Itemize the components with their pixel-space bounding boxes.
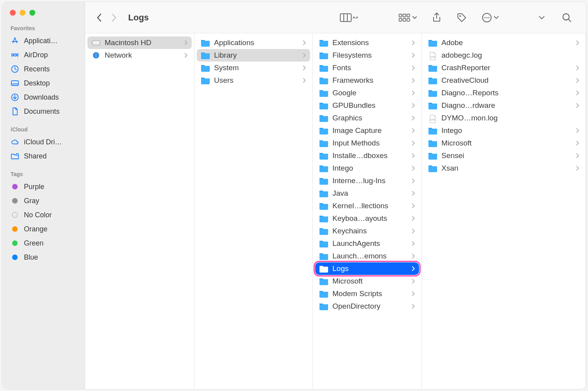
- column-0: Macintosh HDNetwork: [85, 33, 194, 389]
- dropdown-button[interactable]: [534, 10, 549, 25]
- file-row[interactable]: System: [197, 62, 310, 74]
- file-row-label: Microsoft: [332, 277, 408, 286]
- file-row[interactable]: Keychains: [315, 225, 419, 237]
- file-row[interactable]: Frameworks: [315, 74, 419, 87]
- sidebar-item[interactable]: Gray: [2, 194, 85, 208]
- file-row[interactable]: Fonts: [315, 62, 419, 74]
- sidebar-item[interactable]: Green: [2, 236, 85, 250]
- svg-rect-2: [11, 81, 18, 85]
- file-row[interactable]: Filesystems: [315, 49, 419, 62]
- chevron-right-icon: [303, 65, 306, 71]
- chevron-right-icon: [412, 203, 415, 209]
- file-row[interactable]: Logs: [315, 262, 419, 275]
- folder-icon: [428, 139, 437, 147]
- file-row[interactable]: Input Methods: [315, 137, 419, 149]
- forward-button[interactable]: [108, 11, 120, 24]
- file-row[interactable]: Extensions: [315, 36, 419, 49]
- file-row[interactable]: Adobe: [424, 36, 583, 49]
- sidebar-section-header: Favorites: [2, 23, 85, 34]
- file-row[interactable]: Diagno…rdware: [424, 99, 583, 112]
- sidebar-item[interactable]: Documents: [2, 104, 85, 118]
- file-row[interactable]: Diagno…Reports: [424, 87, 583, 99]
- tag-dot-outline-icon: [11, 211, 19, 219]
- folder-icon: [319, 177, 328, 185]
- svg-point-6: [17, 154, 18, 155]
- chevron-right-icon: [412, 65, 415, 71]
- sidebar-item[interactable]: Blue: [2, 250, 85, 264]
- file-row[interactable]: Macintosh HD: [87, 36, 192, 49]
- file-row[interactable]: Java: [315, 187, 419, 200]
- file-row[interactable]: LOGadobegc.log: [424, 49, 583, 62]
- file-row-label: System: [214, 64, 299, 72]
- tag-dot-icon: [11, 253, 19, 262]
- file-row[interactable]: Google: [315, 87, 419, 99]
- sidebar-item[interactable]: Recents: [2, 62, 85, 76]
- file-row[interactable]: LaunchAgents: [315, 237, 419, 250]
- sidebar-item[interactable]: No Color: [2, 208, 85, 222]
- file-row[interactable]: Sensei: [424, 149, 583, 162]
- file-row[interactable]: Library: [197, 49, 310, 62]
- sidebar-item-label: AirDrop: [24, 51, 48, 59]
- sidebar-item[interactable]: Applicati…: [2, 34, 85, 48]
- file-row-label: CrashReporter: [441, 64, 572, 72]
- tags-button[interactable]: [454, 10, 469, 25]
- file-row[interactable]: Keyboa…ayouts: [315, 212, 419, 225]
- sidebar-item[interactable]: Purple: [2, 180, 85, 194]
- chevron-right-icon: [576, 40, 579, 45]
- svg-point-0: [14, 54, 16, 56]
- column-3: AdobeLOGadobegc.logCrashReporterCreative…: [422, 33, 586, 389]
- svg-rect-12: [407, 14, 410, 17]
- file-row[interactable]: LOGDYMO…mon.log: [424, 112, 583, 124]
- file-row[interactable]: CrashReporter: [424, 62, 583, 74]
- file-row[interactable]: Launch…emons: [315, 250, 419, 262]
- folder-icon: [428, 127, 437, 135]
- file-row[interactable]: Kernel…llections: [315, 200, 419, 212]
- file-row[interactable]: OpenDirectory: [315, 300, 419, 313]
- file-row-label: Java: [332, 189, 408, 198]
- file-row-label: Modem Scripts: [332, 289, 408, 298]
- view-columns-button[interactable]: [338, 10, 360, 25]
- file-row[interactable]: Microsoft: [424, 137, 583, 149]
- sidebar-item-label: Desktop: [24, 79, 50, 87]
- hard-drive-icon: [91, 39, 101, 47]
- sidebar-item[interactable]: iCloud Dri…: [2, 135, 85, 149]
- svg-text:LOG: LOG: [430, 56, 436, 58]
- file-row[interactable]: Microsoft: [315, 275, 419, 287]
- file-row[interactable]: Intego: [315, 162, 419, 175]
- file-row[interactable]: Xsan: [424, 162, 583, 175]
- close-window-button[interactable]: [10, 10, 16, 16]
- folder-icon: [428, 39, 437, 47]
- folder-icon: [319, 76, 328, 84]
- sidebar-item[interactable]: Desktop: [2, 76, 85, 90]
- folder-icon: [201, 76, 210, 84]
- file-row[interactable]: Intego: [424, 124, 583, 137]
- sidebar-item[interactable]: Shared: [2, 149, 85, 163]
- file-row-label: GPUBundles: [332, 101, 408, 110]
- sidebar-item[interactable]: Orange: [2, 222, 85, 236]
- folder-icon: [319, 139, 328, 147]
- action-menu-button[interactable]: [479, 10, 502, 25]
- file-row[interactable]: Interne…lug-Ins: [315, 175, 419, 187]
- file-row[interactable]: GPUBundles: [315, 99, 419, 112]
- sidebar-item[interactable]: Downloads: [2, 90, 85, 104]
- file-row-label: Microsoft: [441, 139, 572, 147]
- back-button[interactable]: [93, 11, 105, 24]
- file-row[interactable]: Graphics: [315, 112, 419, 124]
- maximize-window-button[interactable]: [29, 10, 35, 16]
- chevron-right-icon: [576, 103, 579, 108]
- search-button[interactable]: [559, 10, 574, 25]
- file-row[interactable]: Installe…dboxes: [315, 149, 419, 162]
- folder-icon: [319, 114, 328, 122]
- sidebar-item[interactable]: AirDrop: [2, 48, 85, 62]
- share-button[interactable]: [429, 10, 444, 25]
- file-row[interactable]: Image Capture: [315, 124, 419, 137]
- file-row[interactable]: Applications: [197, 36, 310, 49]
- group-by-button[interactable]: [396, 10, 419, 25]
- minimize-window-button[interactable]: [20, 10, 25, 16]
- file-row[interactable]: Users: [197, 74, 310, 87]
- chevron-right-icon: [412, 304, 415, 309]
- file-row[interactable]: CreativeCloud: [424, 74, 583, 87]
- window-controls: [2, 8, 85, 23]
- file-row[interactable]: Modem Scripts: [315, 287, 419, 300]
- file-row[interactable]: Network: [87, 49, 192, 62]
